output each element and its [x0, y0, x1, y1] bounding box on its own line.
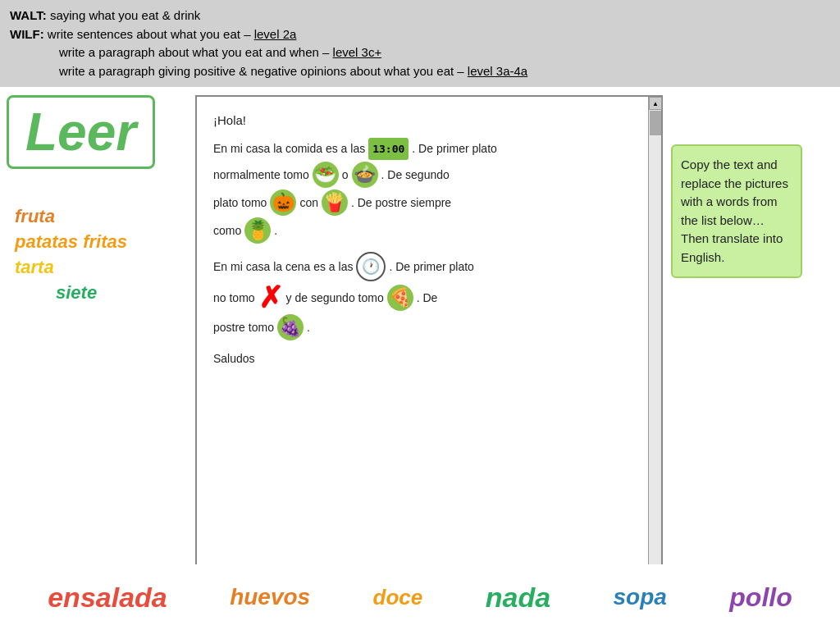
pizza-icon: 🍕 — [387, 285, 413, 311]
doc-line1a: En mi casa la comida es a las — [213, 139, 365, 159]
saludos-text: Saludos — [213, 349, 645, 369]
scroll-up-button[interactable]: ▲ — [649, 97, 662, 110]
scroll-thumb[interactable] — [650, 111, 661, 135]
doc-line4b: . — [274, 221, 277, 241]
left-panel: Leer fruta patatas fritas tarta siete — [7, 95, 187, 619]
document-content: ¡Hola! En mi casa la comida es a las 13:… — [197, 97, 661, 382]
ensalada-word: ensalada — [48, 582, 167, 614]
sopa-word: sopa — [614, 584, 667, 610]
doc-line4a: como — [213, 221, 241, 241]
wilf-line1: WILF: write sentences about what you eat… — [10, 25, 830, 44]
doc-line5a: En mi casa la cena es a las — [213, 257, 353, 277]
tarta-label: tarta — [15, 257, 54, 278]
huevos-word: huevos — [230, 584, 310, 610]
salad-icon: 🥗 — [313, 162, 339, 188]
siete-label: siete — [56, 282, 97, 304]
vertical-scrollbar[interactable]: ▲ ▼ — [648, 97, 661, 600]
doc-line2a: normalmente tomo — [213, 165, 309, 185]
doc-line5b: . De primer plato — [389, 257, 473, 277]
pollo-word: pollo — [729, 582, 792, 613]
wilf-line2: write a paragraph about what you eat and… — [10, 43, 830, 62]
doc-line-7: postre tomo 🍇 . — [213, 314, 645, 340]
fruta-label: fruta — [15, 206, 55, 227]
leer-box: Leer — [7, 95, 155, 169]
doc-line-4: como 🍍 . — [213, 217, 645, 244]
wilf-line3: write a paragraph giving positive & nega… — [10, 62, 830, 81]
clock-icon: 🕐 — [356, 252, 386, 281]
doc-line-2: normalmente tomo 🥗 o 🍲 . De segundo — [213, 162, 645, 188]
instruction-box: Copy the text and replace the pictures w… — [671, 144, 802, 278]
nada-word: nada — [486, 582, 550, 614]
wilf-text3: write a paragraph giving positive & nega… — [59, 64, 468, 78]
wilf-text1: write sentences about what you eat – — [44, 27, 254, 41]
doc-line3a: plato tomo — [213, 193, 267, 213]
doc-line2c: . De segundo — [381, 165, 450, 185]
doc-line3c: . De postre siempre — [351, 193, 451, 213]
doc-line3b: con — [299, 193, 318, 213]
document-panel: ¡Hola! En mi casa la comida es a las 13:… — [195, 95, 663, 619]
wilf-level1: level 2a — [254, 27, 297, 41]
header-section: WALT: saying what you eat & drink WILF: … — [0, 0, 840, 87]
wilf-label: WILF: — [10, 27, 44, 41]
patatas-label: patatas fritas — [15, 231, 127, 253]
doc-line7b: . — [307, 317, 310, 338]
bottom-words-row: ensalada huevos doce nada sopa pollo — [0, 564, 840, 630]
hola-text: ¡Hola! — [213, 109, 645, 131]
doc-line6c: . De — [417, 288, 438, 308]
leer-title: Leer — [25, 103, 136, 162]
doc-line1b: . De primer plato — [412, 139, 496, 159]
scroll-track[interactable] — [649, 110, 661, 587]
soup-icon: 🍲 — [352, 162, 378, 188]
fruit-icon: 🍍 — [244, 217, 271, 244]
walt-text: saying what you eat & drink — [47, 8, 201, 22]
instruction-text: Copy the text and replace the pictures w… — [681, 158, 788, 264]
doc-line-3: plato tomo 🎃 con 🍟 . De postre siempre — [213, 189, 645, 216]
doc-line-6: no tomo ✗ y de segundo tomo 🍕 . De — [213, 283, 645, 313]
right-panel: Copy the text and replace the pictures w… — [671, 95, 802, 619]
walt-line: WALT: saying what you eat & drink — [10, 7, 830, 25]
x-no-icon: ✗ — [258, 283, 283, 313]
fruits2-icon: 🍇 — [277, 314, 304, 340]
main-area: Leer fruta patatas fritas tarta siete ¡H… — [0, 87, 840, 627]
wilf-text2: write a paragraph about what you eat and… — [59, 45, 333, 59]
doc-line7a: postre tomo — [213, 317, 274, 338]
doce-word: doce — [373, 585, 423, 610]
wilf-level3: level 3a-4a — [468, 64, 527, 78]
doc-line6b: y de segundo tomo — [286, 288, 384, 308]
doc-line6a: no tomo — [213, 288, 255, 308]
doc-line2b: o — [342, 165, 349, 185]
walt-label: WALT: — [10, 8, 47, 22]
fries-icon: 🍟 — [322, 189, 348, 216]
food1-icon: 🎃 — [270, 189, 296, 216]
wilf-level2: level 3c+ — [333, 45, 382, 59]
doc-line-5: En mi casa la cena es a las 🕐 . De prime… — [213, 252, 645, 281]
doc-line-1: En mi casa la comida es a las 13:00 . De… — [213, 138, 645, 160]
digital-clock: 13:00 — [368, 138, 409, 160]
